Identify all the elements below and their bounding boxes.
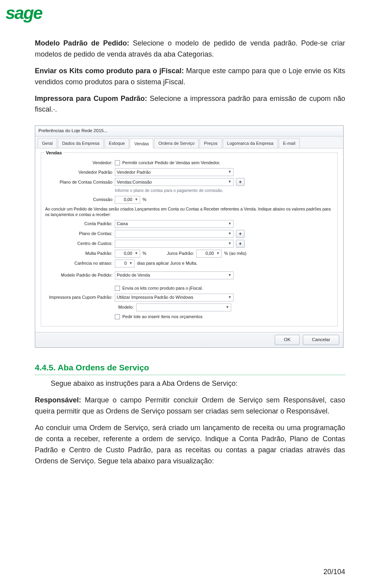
tab-dados-empresa[interactable]: Dados da Empresa [58,138,104,148]
multa-spinner[interactable]: 0,00 ▼ [115,250,140,258]
chevron-down-icon: ▼ [216,251,220,256]
plano-comissao-add-button[interactable]: + [236,178,245,186]
carencia-label: Carência no atraso: [45,260,112,267]
vendedor-padrao-select[interactable]: Vendedor Padrão ▼ [115,168,234,176]
comissao-value: 0,00 [124,196,132,203]
centro-custos-select[interactable]: ▼ [115,240,234,248]
cancel-button[interactable]: Cancelar [303,335,339,345]
group-legend: Vendas [44,150,63,157]
plano-contas-add-button[interactable]: + [236,230,245,238]
chevron-down-icon: ▼ [129,261,133,266]
tab-bar: Geral Dados da Empresa Estoque Vendas Or… [35,137,343,148]
modelo-pedido-label: Modelo Padrão de Pedido: [45,272,112,279]
dialog-footer: OK Cancelar [35,332,343,347]
chevron-down-icon: ▼ [135,197,138,203]
plano-comissao-label: Plano de Contas Comissão [45,179,112,186]
centro-custos-add-button[interactable]: + [236,240,245,248]
plano-contas-select[interactable]: ▼ [115,230,234,238]
kits-checkbox-label: Envia os kits como produto para o jFisca… [122,285,203,292]
section-heading: 4.4.5. Aba Ordens de Serviço [35,361,345,374]
lote-checkbox-label: Pedir lote ao inserir itens nos orçament… [122,313,202,320]
vendas-groupbox: Vendas Vendedor: Permitir concluir Pedid… [41,152,338,326]
plano-comissao-hint: Informe o plano de contas para o pagamen… [115,187,333,193]
multa-value: 0,00 [124,250,132,257]
juros-unit: % (ao mês) [224,250,246,257]
conta-padrao-select[interactable]: Caixa ▼ [115,220,234,228]
vendedor-checkbox[interactable] [115,160,120,165]
carencia-unit: dias para aplicar Juros e Multa. [137,260,198,267]
plano-comissao-value: Vendas:Comissão [117,179,152,186]
modelo-pedido-value: Pedido de Venda [117,272,150,279]
term-responsavel: Responsável: [35,396,81,404]
chevron-down-icon: ▼ [228,169,232,175]
comissao-label: Comissão [45,196,112,203]
chevron-down-icon: ▼ [135,251,138,256]
chevron-down-icon: ▼ [228,273,232,278]
chevron-down-icon: ▼ [228,295,232,300]
tab-vendas[interactable]: Vendas [130,138,153,148]
comissao-spinner[interactable]: 0,00 ▼ [115,196,140,204]
vendedor-padrao-value: Vendedor Padrão [117,169,151,176]
multa-label: Multa Padrão: [45,250,112,257]
paragraph-conclusao-os: Ao concluir uma Ordem de Serviço, será c… [35,423,345,467]
ok-button[interactable]: OK [275,335,300,345]
tab-geral[interactable]: Geral [38,138,57,148]
tab-ordens-servico[interactable]: Ordens de Serviço [154,138,199,148]
centro-custos-label: Centro de Custos: [45,240,112,247]
plano-contas-label: Plano de Contas: [45,230,112,237]
vendedor-checkbox-label: Permitir concluir Pedido de Vendas sem V… [122,159,220,166]
vendedor-label: Vendedor: [45,159,112,166]
section-intro: Segue abaixo as instruções para a Aba Or… [35,378,345,389]
comissao-unit: % [142,196,146,203]
paragraph-responsavel: Responsável: Marque o campo Permitir con… [35,395,345,417]
tab-email[interactable]: E-mail [279,138,300,148]
tab-panel: Vendas Vendedor: Permitir concluir Pedid… [35,148,343,332]
chevron-down-icon: ▼ [228,241,232,247]
lote-checkbox[interactable] [115,314,120,319]
juros-label: Juros Padrão: [167,250,194,257]
kits-checkbox[interactable] [115,286,120,291]
impressora-value: Utilizar Impressora Padrão do Windows [117,294,193,301]
conta-padrao-label: Conta Padrão: [45,220,112,227]
tab-precos[interactable]: Preços [200,138,222,148]
paragraph-modelo-pedido: Modelo Padrão de Pedido: Selecione o mod… [35,38,345,60]
page-number: 20/104 [323,568,345,576]
carencia-spinner[interactable]: 0 ▼ [115,260,135,267]
term-impressora: Impressora para Cupom Padrão: [35,95,147,102]
modelo-label: Modelo: [115,304,134,311]
impressora-select[interactable]: Utilizar Impressora Padrão do Windows ▼ [115,294,234,302]
chevron-down-icon: ▼ [228,221,232,227]
section-divider [35,375,345,375]
section-number: 4.4.5. [35,363,56,372]
section-title: Aba Ordens de Serviço [56,363,149,372]
window-title: Preferências do Loje Rede 2015... [35,126,343,137]
chevron-down-icon: ▼ [228,231,232,237]
paragraph-enviar-kits: Enviar os Kits como produto para o jFisc… [35,66,345,88]
multa-unit: % [142,250,146,257]
carencia-value: 0 [124,260,127,267]
juros-spinner[interactable]: 0,00 ▼ [196,250,222,258]
plano-comissao-select[interactable]: Vendas:Comissão ▼ [115,178,234,186]
impressora-label: Impressora para Cupom Padrão: [45,294,112,301]
page-content: Modelo Padrão de Pedido: Selecione o mod… [0,0,380,467]
chevron-down-icon: ▼ [226,305,229,310]
tab-estoque[interactable]: Estoque [104,138,129,148]
help-text: Ao concluir um Pedido de Vendas serão cr… [45,206,333,218]
juros-value: 0,00 [205,250,214,257]
modelo-pedido-select[interactable]: Pedido de Venda ▼ [115,271,234,279]
chevron-down-icon: ▼ [228,179,232,185]
preferences-window: Preferências do Loje Rede 2015... Geral … [35,125,344,347]
term-modelo-pedido: Modelo Padrão de Pedido: [35,39,129,47]
desc-responsavel: Marque o campo Permitir concluir Ordem d… [35,396,345,415]
vendedor-padrao-label: Vendedor Padrão [45,169,112,176]
modelo-select[interactable]: ▼ [136,303,231,311]
tab-logomarca[interactable]: Logomarca da Empresa [223,138,278,148]
paragraph-impressora: Impressora para Cupom Padrão: Selecione … [35,93,345,116]
term-enviar-kits: Enviar os Kits como produto para o jFisc… [35,67,184,75]
conta-padrao-value: Caixa [117,220,128,227]
logo: sage [6,3,42,23]
